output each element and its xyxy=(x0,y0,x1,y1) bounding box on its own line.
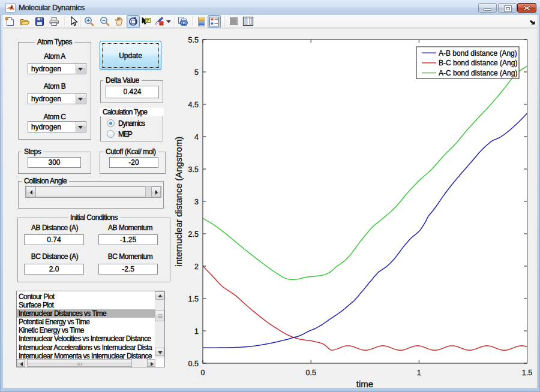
svg-text:time: time xyxy=(356,379,373,389)
svg-text:A-C bond distance (Ang): A-C bond distance (Ang) xyxy=(439,69,517,77)
svg-text:5: 5 xyxy=(194,68,199,77)
svg-text:2.5: 2.5 xyxy=(188,230,199,239)
svg-text:3.5: 3.5 xyxy=(188,165,199,174)
svg-text:1: 1 xyxy=(194,327,199,336)
svg-text:2: 2 xyxy=(194,263,199,271)
svg-text:B-C bond distance (Ang): B-C bond distance (Ang) xyxy=(439,59,517,67)
svg-text:0: 0 xyxy=(201,369,205,377)
svg-text:0.5: 0.5 xyxy=(188,360,199,368)
svg-text:1.5: 1.5 xyxy=(188,295,199,303)
svg-text:3: 3 xyxy=(194,198,199,206)
svg-text:internuclear distance (Angstro: internuclear distance (Angstrom) xyxy=(173,137,184,267)
svg-text:1: 1 xyxy=(417,369,421,377)
svg-text:5.5: 5.5 xyxy=(188,36,199,44)
svg-text:4: 4 xyxy=(194,133,199,141)
svg-text:4.5: 4.5 xyxy=(188,101,199,109)
svg-text:1.5: 1.5 xyxy=(522,369,532,377)
svg-text:0.5: 0.5 xyxy=(306,369,316,377)
svg-text:A-B bond distance (Ang): A-B bond distance (Ang) xyxy=(439,49,517,58)
